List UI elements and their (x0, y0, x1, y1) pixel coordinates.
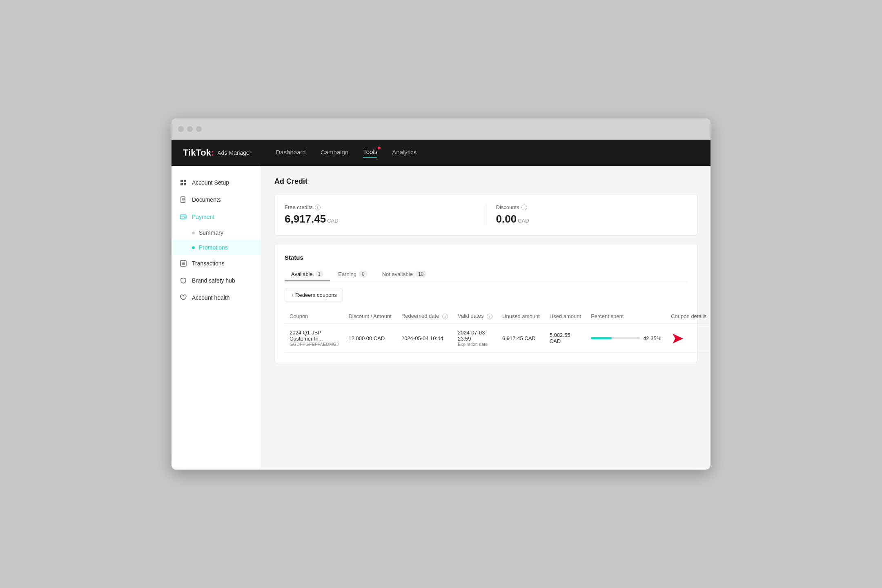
progress-bar-fill (591, 337, 611, 339)
cell-coupon-details: ➤ (666, 324, 710, 353)
tab-available[interactable]: Available 1 (285, 267, 330, 281)
discounts-amount: 0.00CAD (496, 213, 688, 225)
discounts-label: Discounts i (496, 204, 688, 210)
tab-not-available[interactable]: Not available 10 (376, 267, 433, 281)
svg-rect-1 (184, 180, 186, 182)
free-credits-info-icon[interactable]: i (315, 205, 321, 210)
col-unused-amount: Unused amount (497, 309, 545, 324)
table-body: 2024 Q1-JBP Customer In... GGDFPGFEFFAED… (285, 324, 710, 353)
logo: TikTok: Ads Manager (183, 147, 251, 158)
tools-notification-dot (378, 147, 381, 149)
not-available-badge: 10 (415, 271, 426, 277)
svg-rect-8 (180, 215, 186, 219)
sidebar-subitem-promotions[interactable]: Promotions (172, 240, 261, 255)
sidebar-item-account-health[interactable]: Account health (172, 289, 261, 306)
discounts-col: Discounts i 0.00CAD (486, 204, 688, 225)
col-percent-spent: Percent spent (586, 309, 666, 324)
topnav: TikTok: Ads Manager Dashboard Campaign T… (172, 140, 710, 166)
redeem-coupons-button[interactable]: + Redeem coupons (285, 289, 343, 301)
maximize-btn[interactable] (196, 126, 202, 132)
table-header: Coupon Discount / Amount Redeemed date i… (285, 309, 710, 324)
nav-tools[interactable]: Tools (363, 148, 377, 158)
nav-dashboard[interactable]: Dashboard (276, 149, 305, 157)
sidebar-item-account-setup[interactable]: Account Setup (172, 174, 261, 191)
app-container: TikTok: Ads Manager Dashboard Campaign T… (172, 140, 710, 470)
col-valid-dates: Valid dates i (453, 309, 497, 324)
sidebar-item-documents[interactable]: Documents (172, 191, 261, 208)
cell-used-amount: 5,082.55 CAD (545, 324, 586, 353)
nav-analytics[interactable]: Analytics (392, 149, 416, 157)
cell-percent-spent: 42.35% (586, 324, 666, 353)
free-credits-amount: 6,917.45CAD (285, 213, 476, 225)
col-used-amount: Used amount (545, 309, 586, 324)
cell-redeemed-date: 2024-05-04 10:44 (396, 324, 453, 353)
credit-row: Free credits i 6,917.45CAD Discounts i (285, 204, 687, 225)
svg-rect-0 (180, 180, 183, 182)
heart-icon (180, 294, 187, 301)
col-coupon: Coupon (285, 309, 343, 324)
ad-credit-card: Free credits i 6,917.45CAD Discounts i (274, 194, 697, 236)
page-title: Ad Credit (274, 177, 697, 186)
free-credits-col: Free credits i 6,917.45CAD (285, 204, 486, 225)
status-title: Status (285, 254, 687, 261)
valid-dates-info-icon[interactable]: i (487, 314, 492, 319)
summary-dot (192, 232, 195, 234)
redeemed-date-info-icon[interactable]: i (442, 314, 448, 319)
main-layout: Account Setup Documents (172, 166, 710, 470)
titlebar (172, 118, 710, 140)
svg-rect-3 (184, 183, 186, 185)
coupons-table: Coupon Discount / Amount Redeemed date i… (285, 309, 710, 353)
available-badge: 1 (315, 271, 324, 277)
list-icon (180, 260, 187, 267)
minimize-btn[interactable] (187, 126, 193, 132)
col-coupon-details: Coupon details (666, 309, 710, 324)
wallet-icon (180, 213, 187, 220)
sidebar-item-brand-safety-hub[interactable]: Brand safety hub (172, 272, 261, 289)
coupon-code: GGDFPGFEFFAEDMGJ (290, 342, 339, 347)
file-icon (180, 196, 187, 203)
grid-icon (180, 179, 187, 186)
close-btn[interactable] (178, 126, 184, 132)
valid-dates-sublabel: Expiration date (458, 342, 492, 347)
cell-coupon: 2024 Q1-JBP Customer In... GGDFPGFEFFAED… (285, 324, 343, 353)
sidebar: Account Setup Documents (172, 166, 261, 470)
main-content: Ad Credit Free credits i 6,917.45CAD (261, 166, 710, 470)
coupon-name: 2024 Q1-JBP Customer In... (290, 330, 339, 342)
logo-brand: TikTok: (183, 147, 214, 158)
table-row: 2024 Q1-JBP Customer In... GGDFPGFEFFAED… (285, 324, 710, 353)
progress-bar (591, 337, 640, 339)
svg-rect-2 (180, 183, 183, 185)
tab-earning[interactable]: Earning 0 (332, 267, 374, 281)
arrow-annotation: ➤ (671, 330, 684, 346)
cell-unused-amount: 6,917.45 CAD (497, 324, 545, 353)
cell-valid-dates: 2024-07-03 23:59 Expiration date (453, 324, 497, 353)
promotions-dot (192, 246, 195, 249)
free-credits-label: Free credits i (285, 204, 476, 210)
cell-discount-amount: 12,000.00 CAD (343, 324, 396, 353)
status-tabs: Available 1 Earning 0 Not available 10 (285, 267, 687, 281)
sidebar-subitem-summary[interactable]: Summary (172, 225, 261, 240)
col-discount-amount: Discount / Amount (343, 309, 396, 324)
col-redeemed-date: Redeemed date i (396, 309, 453, 324)
nav-campaign[interactable]: Campaign (321, 149, 348, 157)
sidebar-item-transactions[interactable]: Transactions (172, 255, 261, 272)
status-card: Status Available 1 Earning 0 Not availab… (274, 244, 697, 363)
shield-icon (180, 277, 187, 284)
earning-badge: 0 (359, 271, 368, 277)
discounts-info-icon[interactable]: i (521, 205, 527, 210)
svg-point-10 (185, 217, 186, 218)
logo-suffix: Ads Manager (217, 149, 251, 156)
nav-items: Dashboard Campaign Tools Analytics (276, 148, 416, 158)
sidebar-item-payment[interactable]: Payment (172, 208, 261, 225)
app-window: TikTok: Ads Manager Dashboard Campaign T… (172, 118, 710, 470)
